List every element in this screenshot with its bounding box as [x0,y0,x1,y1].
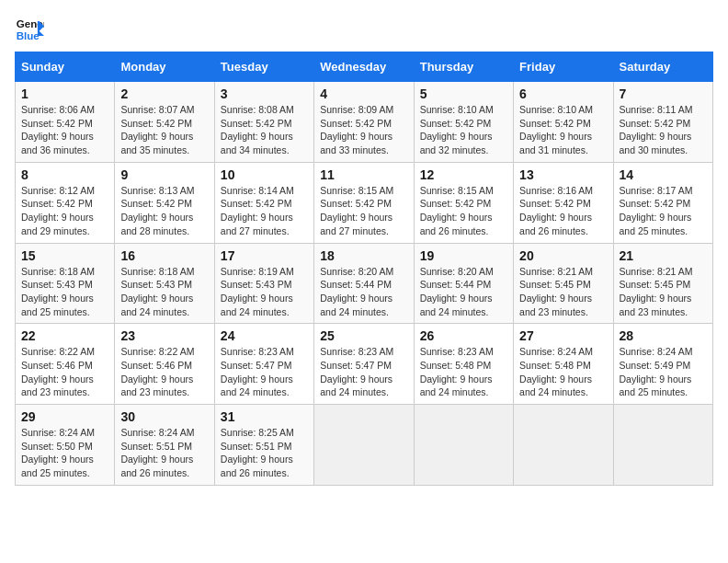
day-number: 23 [120,328,208,343]
calendar-cell: 7Sunrise: 8:11 AMSunset: 5:42 PMDaylight… [613,82,712,163]
calendar-cell: 10Sunrise: 8:14 AMSunset: 5:42 PMDayligh… [214,162,313,243]
day-number: 13 [519,167,607,182]
calendar-cell: 23Sunrise: 8:22 AMSunset: 5:46 PMDayligh… [115,324,214,405]
calendar-cell: 26Sunrise: 8:23 AMSunset: 5:48 PMDayligh… [414,324,513,405]
day-info: Sunrise: 8:13 AMSunset: 5:42 PMDaylight:… [120,184,208,238]
day-info: Sunrise: 8:24 AMSunset: 5:48 PMDaylight:… [519,345,607,399]
day-info: Sunrise: 8:19 AMSunset: 5:43 PMDaylight:… [221,265,308,319]
calendar-cell: 5Sunrise: 8:10 AMSunset: 5:42 PMDaylight… [414,82,513,163]
calendar-cell: 14Sunrise: 8:17 AMSunset: 5:42 PMDayligh… [613,162,712,243]
calendar-cell: 12Sunrise: 8:15 AMSunset: 5:42 PMDayligh… [414,162,513,243]
header-saturday: Saturday [613,52,712,82]
day-info: Sunrise: 8:23 AMSunset: 5:48 PMDaylight:… [420,345,507,399]
day-info: Sunrise: 8:14 AMSunset: 5:42 PMDaylight:… [221,184,308,238]
day-number: 19 [420,248,507,263]
day-info: Sunrise: 8:17 AMSunset: 5:42 PMDaylight:… [620,184,707,238]
day-number: 18 [320,248,407,263]
day-info: Sunrise: 8:20 AMSunset: 5:44 PMDaylight:… [320,265,407,319]
calendar-cell: 16Sunrise: 8:18 AMSunset: 5:43 PMDayligh… [115,243,214,324]
calendar-cell: 27Sunrise: 8:24 AMSunset: 5:48 PMDayligh… [514,324,613,405]
day-info: Sunrise: 8:16 AMSunset: 5:42 PMDaylight:… [519,184,607,238]
calendar-cell [514,405,613,486]
day-info: Sunrise: 8:18 AMSunset: 5:43 PMDaylight:… [120,265,208,319]
day-number: 22 [21,328,108,343]
day-info: Sunrise: 8:21 AMSunset: 5:45 PMDaylight:… [620,265,707,319]
day-info: Sunrise: 8:08 AMSunset: 5:42 PMDaylight:… [221,103,308,157]
day-info: Sunrise: 8:24 AMSunset: 5:51 PMDaylight:… [120,426,208,480]
week-row-4: 22Sunrise: 8:22 AMSunset: 5:46 PMDayligh… [16,324,713,405]
day-info: Sunrise: 8:22 AMSunset: 5:46 PMDaylight:… [21,345,108,399]
calendar-cell: 29Sunrise: 8:24 AMSunset: 5:50 PMDayligh… [16,405,115,486]
header-tuesday: Tuesday [214,52,313,82]
calendar-cell: 13Sunrise: 8:16 AMSunset: 5:42 PMDayligh… [514,162,613,243]
day-number: 1 [21,86,108,101]
day-number: 24 [221,328,308,343]
calendar-cell: 4Sunrise: 8:09 AMSunset: 5:42 PMDaylight… [314,82,414,163]
day-info: Sunrise: 8:25 AMSunset: 5:51 PMDaylight:… [221,426,308,480]
day-info: Sunrise: 8:24 AMSunset: 5:49 PMDaylight:… [620,345,707,399]
day-number: 15 [21,248,108,263]
day-info: Sunrise: 8:23 AMSunset: 5:47 PMDaylight:… [221,345,308,399]
day-info: Sunrise: 8:20 AMSunset: 5:44 PMDaylight:… [420,265,507,319]
day-info: Sunrise: 8:22 AMSunset: 5:46 PMDaylight:… [120,345,208,399]
day-number: 8 [21,167,108,182]
day-number: 28 [620,328,707,343]
day-number: 7 [620,86,707,101]
day-info: Sunrise: 8:15 AMSunset: 5:42 PMDaylight:… [420,184,507,238]
day-number: 27 [519,328,607,343]
day-info: Sunrise: 8:09 AMSunset: 5:42 PMDaylight:… [320,103,407,157]
day-number: 17 [221,248,308,263]
calendar-header-row: SundayMondayTuesdayWednesdayThursdayFrid… [16,52,713,82]
calendar-cell: 18Sunrise: 8:20 AMSunset: 5:44 PMDayligh… [314,243,414,324]
day-number: 10 [221,167,308,182]
day-info: Sunrise: 8:07 AMSunset: 5:42 PMDaylight:… [120,103,208,157]
calendar-cell: 22Sunrise: 8:22 AMSunset: 5:46 PMDayligh… [16,324,115,405]
svg-text:Blue: Blue [17,30,40,41]
calendar-cell: 11Sunrise: 8:15 AMSunset: 5:42 PMDayligh… [314,162,414,243]
calendar-cell: 28Sunrise: 8:24 AMSunset: 5:49 PMDayligh… [613,324,712,405]
day-info: Sunrise: 8:06 AMSunset: 5:42 PMDaylight:… [21,103,108,157]
day-number: 12 [420,167,507,182]
header-thursday: Thursday [414,52,513,82]
day-number: 9 [120,167,208,182]
day-info: Sunrise: 8:15 AMSunset: 5:42 PMDaylight:… [320,184,407,238]
calendar-cell: 21Sunrise: 8:21 AMSunset: 5:45 PMDayligh… [613,243,712,324]
calendar-cell: 3Sunrise: 8:08 AMSunset: 5:42 PMDaylight… [214,82,313,163]
week-row-2: 8Sunrise: 8:12 AMSunset: 5:42 PMDaylight… [16,162,713,243]
calendar-cell: 30Sunrise: 8:24 AMSunset: 5:51 PMDayligh… [115,405,214,486]
calendar-cell [414,405,513,486]
day-number: 5 [420,86,507,101]
week-row-1: 1Sunrise: 8:06 AMSunset: 5:42 PMDaylight… [16,82,713,163]
day-number: 2 [120,86,208,101]
calendar-cell: 20Sunrise: 8:21 AMSunset: 5:45 PMDayligh… [514,243,613,324]
logo: General Blue [15,15,44,44]
header-sunday: Sunday [16,52,115,82]
header-monday: Monday [115,52,214,82]
calendar-cell: 2Sunrise: 8:07 AMSunset: 5:42 PMDaylight… [115,82,214,163]
day-number: 20 [519,248,607,263]
day-number: 6 [519,86,607,101]
logo-icon: General Blue [15,15,44,44]
calendar-cell: 9Sunrise: 8:13 AMSunset: 5:42 PMDaylight… [115,162,214,243]
day-number: 4 [320,86,407,101]
header-wednesday: Wednesday [314,52,414,82]
day-info: Sunrise: 8:12 AMSunset: 5:42 PMDaylight:… [21,184,108,238]
calendar-cell [613,405,712,486]
calendar-cell: 6Sunrise: 8:10 AMSunset: 5:42 PMDaylight… [514,82,613,163]
calendar-cell: 19Sunrise: 8:20 AMSunset: 5:44 PMDayligh… [414,243,513,324]
header: General Blue [15,15,713,44]
day-number: 25 [320,328,407,343]
calendar-cell: 15Sunrise: 8:18 AMSunset: 5:43 PMDayligh… [16,243,115,324]
day-number: 30 [120,409,208,424]
calendar-cell: 1Sunrise: 8:06 AMSunset: 5:42 PMDaylight… [16,82,115,163]
day-info: Sunrise: 8:10 AMSunset: 5:42 PMDaylight:… [420,103,507,157]
calendar-cell: 8Sunrise: 8:12 AMSunset: 5:42 PMDaylight… [16,162,115,243]
day-number: 11 [320,167,407,182]
day-number: 16 [120,248,208,263]
calendar-cell: 17Sunrise: 8:19 AMSunset: 5:43 PMDayligh… [214,243,313,324]
day-info: Sunrise: 8:24 AMSunset: 5:50 PMDaylight:… [21,426,108,480]
day-number: 29 [21,409,108,424]
calendar-table: SundayMondayTuesdayWednesdayThursdayFrid… [15,52,713,486]
day-number: 3 [221,86,308,101]
calendar-cell: 25Sunrise: 8:23 AMSunset: 5:47 PMDayligh… [314,324,414,405]
